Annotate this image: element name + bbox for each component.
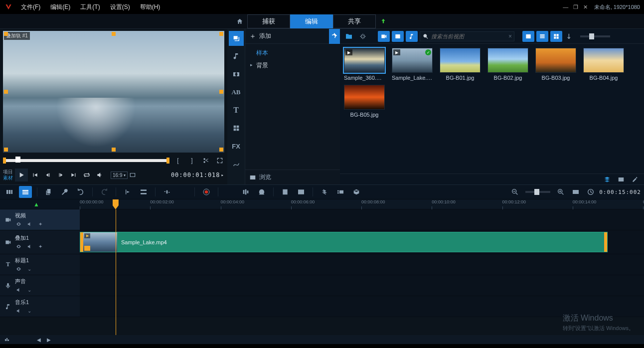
scrub-track[interactable] bbox=[6, 159, 166, 162]
audio-mixer-icon[interactable] bbox=[223, 186, 236, 198]
scroll-options-icon[interactable] bbox=[3, 336, 11, 343]
sort-icon[interactable] bbox=[564, 31, 576, 42]
toggle-track-height-icon[interactable] bbox=[17, 200, 28, 209]
scrub-end-handle[interactable] bbox=[166, 158, 169, 164]
fx-library-icon[interactable]: FX bbox=[229, 139, 244, 154]
crop-handle[interactable] bbox=[4, 90, 8, 94]
batch-convert-icon[interactable] bbox=[137, 186, 150, 198]
search-box[interactable]: × bbox=[420, 31, 514, 41]
track-mute-icon[interactable] bbox=[26, 243, 33, 250]
import-media-icon[interactable] bbox=[343, 31, 355, 42]
crop-handle[interactable] bbox=[219, 148, 223, 152]
track-lane-voice[interactable] bbox=[80, 275, 644, 296]
search-input[interactable] bbox=[431, 33, 506, 39]
library-asset[interactable]: BG-B04.jpg bbox=[583, 48, 624, 81]
toggle-track-list-icon[interactable] bbox=[3, 200, 14, 209]
auto-music-icon[interactable] bbox=[239, 186, 252, 198]
track-mute-icon[interactable] bbox=[26, 220, 33, 227]
timeline-view-icon[interactable] bbox=[19, 186, 32, 198]
3d-title-icon[interactable] bbox=[350, 186, 363, 198]
scroll-right-icon[interactable]: ▶ bbox=[45, 336, 53, 343]
upload-icon[interactable] bbox=[376, 14, 391, 28]
crop-handle[interactable] bbox=[4, 148, 8, 152]
media-library-icon[interactable] bbox=[229, 31, 244, 46]
track-mute-icon[interactable] bbox=[15, 307, 22, 314]
subtitle-icon[interactable] bbox=[295, 186, 308, 198]
track-expand-icon[interactable]: ⌄ bbox=[26, 265, 33, 272]
preview-viewport[interactable]: 叠加轨 #1 bbox=[3, 31, 224, 153]
library-asset[interactable]: BG-B05.jpg bbox=[344, 85, 385, 118]
expand-icon[interactable] bbox=[215, 156, 224, 165]
maximize-button[interactable]: ❐ bbox=[571, 3, 580, 10]
filter-audio-icon[interactable] bbox=[406, 31, 418, 42]
tools-icon[interactable] bbox=[58, 186, 71, 198]
project-duration-icon[interactable] bbox=[584, 186, 597, 198]
tree-item-sample[interactable]: 样本 bbox=[247, 47, 338, 59]
track-expand-icon[interactable]: ⌄ bbox=[26, 286, 33, 293]
undo-icon[interactable] bbox=[74, 186, 87, 198]
prev-frame-button[interactable] bbox=[42, 169, 54, 181]
track-lock-icon[interactable]: ✦ bbox=[37, 243, 44, 250]
multicam-icon[interactable] bbox=[334, 186, 347, 198]
add-folder-button[interactable]: ＋添加 bbox=[245, 29, 340, 44]
menu-edit[interactable]: 编辑(E) bbox=[46, 1, 74, 13]
graphics-library-icon[interactable] bbox=[229, 121, 244, 136]
menu-help[interactable]: 帮助(H) bbox=[136, 1, 164, 13]
transition-library-icon[interactable] bbox=[229, 67, 244, 82]
audio-library-icon[interactable] bbox=[229, 49, 244, 64]
go-end-button[interactable] bbox=[68, 169, 80, 181]
ducking-icon[interactable] bbox=[255, 186, 268, 198]
clip-right-handle[interactable] bbox=[604, 232, 607, 252]
storyboard-view-icon[interactable] bbox=[3, 186, 16, 198]
aspect-ratio-selector[interactable]: 16:9▾ bbox=[111, 172, 128, 179]
timeline-timecode[interactable]: 0:00:15:002 bbox=[599, 189, 641, 195]
track-visibility-icon[interactable] bbox=[15, 265, 22, 272]
track-lane-music1[interactable] bbox=[80, 296, 644, 317]
track-lane-overlay1[interactable]: ▶ Sample_Lake.mp4 bbox=[80, 230, 644, 254]
track-head-video[interactable]: 视频 ✦ bbox=[0, 209, 80, 230]
track-lock-icon[interactable]: ✦ bbox=[37, 220, 44, 227]
crop-handle[interactable] bbox=[4, 32, 8, 36]
mark-out-icon[interactable]: ] bbox=[187, 156, 196, 165]
play-button[interactable] bbox=[15, 169, 28, 181]
filter-video-icon[interactable] bbox=[378, 31, 390, 42]
track-lane-video[interactable] bbox=[80, 209, 644, 230]
library-asset[interactable]: ▶Sample_360.mp4 bbox=[344, 48, 385, 81]
track-visibility-icon[interactable] bbox=[15, 243, 22, 250]
slider-knob[interactable] bbox=[589, 33, 594, 39]
timeline-zoom-slider[interactable] bbox=[525, 191, 550, 193]
text-library-icon[interactable]: T bbox=[229, 103, 244, 118]
resize-preview-icon[interactable] bbox=[129, 171, 137, 179]
thumbnail-size-slider[interactable] bbox=[580, 35, 610, 37]
track-head-voice[interactable]: 声音 ⌄ bbox=[0, 275, 80, 296]
add-track-icon[interactable]: ▲ bbox=[31, 200, 42, 209]
slider-knob[interactable] bbox=[534, 189, 539, 195]
close-button[interactable]: ✕ bbox=[581, 3, 590, 10]
footer-panel-icon[interactable] bbox=[615, 174, 627, 185]
fit-timeline-icon[interactable] bbox=[569, 186, 582, 198]
slip-icon[interactable] bbox=[161, 186, 173, 198]
mark-in-icon[interactable]: [ bbox=[173, 156, 182, 165]
home-icon[interactable] bbox=[232, 15, 247, 27]
menu-tools[interactable]: 工具(T) bbox=[76, 1, 104, 13]
copy-attributes-icon[interactable] bbox=[42, 186, 55, 198]
track-motion-icon[interactable] bbox=[318, 186, 331, 198]
clear-search-icon[interactable]: × bbox=[508, 33, 512, 40]
pin-panel-icon[interactable] bbox=[329, 29, 340, 44]
footer-layers-icon[interactable] bbox=[601, 174, 613, 185]
volume-button[interactable] bbox=[94, 169, 106, 181]
next-frame-button[interactable] bbox=[55, 169, 67, 181]
menu-settings[interactable]: 设置(S) bbox=[106, 1, 134, 13]
path-library-icon[interactable] bbox=[229, 157, 244, 172]
tree-item-background[interactable]: ▸背景 bbox=[247, 59, 338, 72]
browse-button[interactable]: 浏览 bbox=[245, 170, 340, 184]
crop-handle[interactable] bbox=[112, 148, 116, 152]
crop-handle[interactable] bbox=[219, 32, 223, 36]
view-large-icon[interactable] bbox=[522, 31, 534, 42]
timecode-display[interactable]: 00:00:01:018▸ bbox=[171, 172, 224, 178]
capture-icon[interactable] bbox=[357, 31, 369, 42]
track-lane-title1[interactable] bbox=[80, 254, 644, 275]
mode-project-label[interactable]: 项目 bbox=[3, 169, 13, 175]
loop-button[interactable] bbox=[81, 169, 93, 181]
scroll-left-icon[interactable]: ◀ bbox=[35, 336, 43, 343]
